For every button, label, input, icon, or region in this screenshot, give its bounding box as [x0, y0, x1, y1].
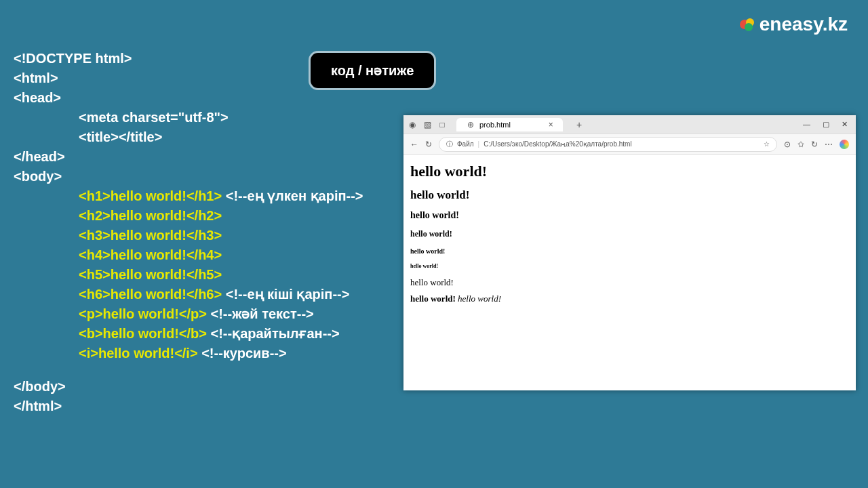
code-line: <meta charset="utf-8"> — [79, 108, 363, 127]
workspace-icon[interactable]: ▧ — [422, 120, 432, 129]
minimize-button[interactable]: — — [803, 120, 810, 129]
svg-point-2 — [745, 23, 753, 31]
code-line: <html> — [14, 68, 363, 88]
code-line: <h3>hello world!</h3> — [79, 226, 363, 245]
rendered-h6: hello world! — [410, 263, 849, 269]
code-line: <h2>hello world!</h2> — [79, 206, 363, 226]
logo-text: eneasy.kz — [760, 14, 848, 35]
addr-path: C:/Users/эко/Desktop/Жаңа%20қалта/prob.h… — [484, 140, 631, 148]
globe-icon: ⊕ — [466, 120, 475, 129]
tab-title: prob.html — [479, 121, 511, 129]
code-line: <h1>hello world!</h1> <!--ең үлкен қаріп… — [79, 186, 363, 206]
reload-button[interactable]: ↻ — [425, 140, 432, 149]
addr-separator: | — [478, 140, 480, 148]
code-line: <!DOCTYPE html> — [14, 49, 363, 68]
code-line: <b>hello world!</b> <!--қарайтылған--> — [79, 324, 363, 344]
code-line: <i>hello world!</i> <!--курсив--> — [79, 344, 363, 363]
code-line: </body> — [14, 377, 363, 396]
address-bar[interactable]: ⓘ Файл | C:/Users/эко/Desktop/Жаңа%20қал… — [439, 137, 777, 152]
browser-window: ◉ ▧ □ ⊕ prob.html × + — ▢ ✕ ← ↻ ⓘ Файл |… — [403, 115, 856, 390]
rendered-h1: hello world! — [410, 163, 849, 180]
brand-logo: eneasy.kz — [739, 14, 848, 35]
rendered-h3: hello world! — [410, 210, 849, 221]
addr-label: Файл — [457, 140, 474, 148]
tab-actions-icon[interactable]: □ — [437, 120, 447, 129]
close-button[interactable]: ✕ — [842, 120, 848, 129]
rendered-p: hello world! — [410, 277, 849, 288]
browser-viewport: hello world! hello world! hello world! h… — [403, 155, 856, 390]
code-line: <h6>hello world!</h6> <!--ең кіші қаріп-… — [79, 285, 363, 304]
rendered-i: hello world! — [458, 293, 501, 304]
star-icon[interactable]: ☆ — [764, 140, 770, 148]
nav-back-button[interactable]: ← — [410, 140, 418, 149]
code-line: </head> — [14, 147, 363, 167]
code-line: <h5>hello world!</h5> — [79, 265, 363, 285]
info-icon: ⓘ — [446, 140, 453, 149]
extensions-icon[interactable]: ⊙ — [784, 140, 791, 149]
code-block: <!DOCTYPE html> <html> <head> <meta char… — [14, 49, 363, 416]
maximize-button[interactable]: ▢ — [823, 120, 829, 129]
code-line: <head> — [14, 88, 363, 108]
profile-icon[interactable]: ◉ — [408, 120, 417, 129]
code-line: <p>hello world!</p> <!--жәй текст--> — [79, 304, 363, 324]
rendered-h4: hello world! — [410, 229, 849, 239]
window-controls: — ▢ ✕ — [803, 120, 852, 129]
copilot-icon[interactable] — [840, 140, 849, 149]
rendered-h5: hello world! — [410, 247, 849, 255]
code-line: <h4>hello world!</h4> — [79, 245, 363, 265]
browser-tab[interactable]: ⊕ prob.html × — [456, 118, 563, 131]
code-line: <title></title> — [79, 127, 363, 147]
code-line: </html> — [14, 396, 363, 416]
rendered-inline: hello world! hello world! — [410, 293, 849, 304]
new-tab-button[interactable]: + — [576, 119, 582, 130]
browser-toolbar: ← ↻ ⓘ Файл | C:/Users/эко/Desktop/Жаңа%2… — [403, 134, 856, 155]
code-line: <body> — [14, 167, 363, 186]
browser-titlebar: ◉ ▧ □ ⊕ prob.html × + — ▢ ✕ — [403, 115, 856, 134]
tab-close-button[interactable]: × — [549, 120, 553, 129]
favorites-icon[interactable]: ✩ — [797, 140, 804, 149]
logo-icon — [739, 16, 755, 33]
more-icon[interactable]: ⋯ — [825, 140, 833, 149]
rendered-h2: hello world! — [410, 188, 849, 202]
rendered-b: hello world! — [410, 293, 456, 304]
sync-icon[interactable]: ↻ — [811, 140, 818, 149]
